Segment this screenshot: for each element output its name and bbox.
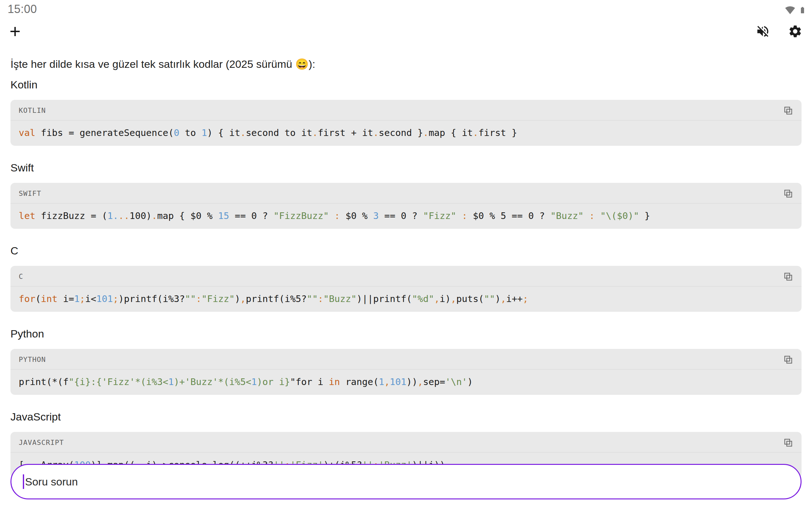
language-heading: Swift (10, 162, 802, 174)
copy-icon[interactable] (782, 271, 793, 282)
copy-icon[interactable] (782, 105, 793, 116)
copy-icon[interactable] (782, 188, 793, 199)
code-block-header: PYTHON (10, 349, 802, 370)
code-block-header: SWIFT (10, 183, 802, 204)
ask-input[interactable]: Soru sorun (10, 464, 802, 499)
assistant-message-intro: İşte her dilde kısa ve güzel tek satırlı… (10, 58, 802, 70)
volume-muted-icon[interactable] (756, 24, 770, 39)
copy-icon[interactable] (782, 437, 793, 448)
copy-icon[interactable] (782, 354, 793, 365)
code-language-label: SWIFT (19, 189, 41, 198)
app-screen: 15:00 + İşte her dilde kısa ve güzel tek… (0, 0, 812, 507)
gear-icon[interactable] (788, 24, 803, 39)
toolbar-right (756, 24, 803, 39)
chat-area: İşte her dilde kısa ve güzel tek satırlı… (0, 58, 812, 478)
code-block-c: C for(int i=1;i<101;)printf(i%3?"":"Fizz… (10, 266, 802, 312)
ask-input-text: Soru sorun (25, 475, 78, 488)
code-line: val fibs = generateSequence(0 to 1) { it… (10, 120, 802, 146)
code-block-header: KOTLIN (10, 100, 802, 120)
language-heading: Python (10, 328, 802, 340)
code-language-label: C (19, 273, 23, 280)
input-bar: Soru sorun (10, 464, 802, 499)
language-heading: Kotlin (10, 78, 802, 91)
section-kotlin: Kotlin KOTLIN val fibs = generateSequenc… (10, 78, 802, 146)
code-block-header: C (10, 266, 802, 286)
status-time: 15:00 (8, 3, 37, 16)
code-language-label: KOTLIN (19, 107, 46, 114)
code-line: for(int i=1;i<101;)printf(i%3?"":"Fizz")… (10, 286, 802, 312)
status-bar: 15:00 (0, 0, 812, 18)
code-language-label: JAVASCRIPT (19, 439, 64, 447)
code-language-label: PYTHON (19, 355, 46, 363)
wifi-icon (784, 5, 796, 15)
code-line: print(*(f"{i}:{'Fizz'*(i%3<1)+'Buzz'*(i%… (10, 370, 802, 395)
section-swift: Swift SWIFT let fizzBuzz = (1...100).map… (10, 162, 802, 229)
section-python: Python PYTHON print(*(f"{i}:{'Fizz'*(i%3… (10, 328, 802, 395)
code-line: let fizzBuzz = (1...100).map { $0 % 15 =… (10, 204, 802, 229)
toolbar: + (0, 18, 812, 43)
new-chat-button[interactable]: + (9, 22, 20, 41)
code-block-header: JAVASCRIPT (10, 432, 802, 452)
code-block-kotlin: KOTLIN val fibs = generateSequence(0 to … (10, 100, 802, 146)
section-c: C C for(int i=1;i<101;)printf(i%3?"":"Fi… (10, 245, 802, 312)
code-block-swift: SWIFT let fizzBuzz = (1...100).map { $0 … (10, 183, 802, 229)
code-block-python: PYTHON print(*(f"{i}:{'Fizz'*(i%3<1)+'Bu… (10, 349, 802, 395)
status-icons (784, 3, 806, 16)
language-heading: JavaScript (10, 411, 802, 423)
language-heading: C (10, 245, 802, 257)
battery-icon (799, 4, 806, 16)
text-caret (23, 474, 24, 489)
